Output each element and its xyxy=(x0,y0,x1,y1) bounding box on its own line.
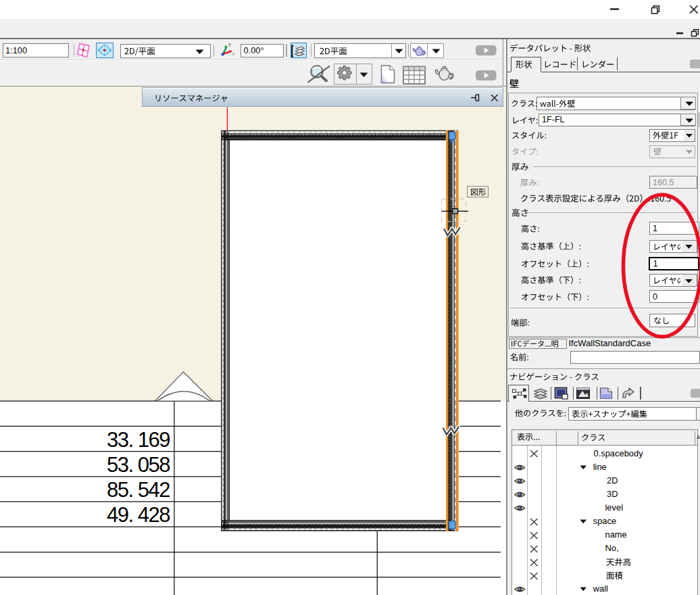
svg-text:x: x xyxy=(232,51,235,56)
svg-text:85. 542: 85. 542 xyxy=(107,478,171,502)
svg-text:53. 058: 53. 058 xyxy=(107,453,171,477)
svg-text:33. 169: 33. 169 xyxy=(107,428,171,452)
svg-text:49. 428: 49. 428 xyxy=(107,503,171,527)
svg-text:Y: Y xyxy=(228,43,232,47)
